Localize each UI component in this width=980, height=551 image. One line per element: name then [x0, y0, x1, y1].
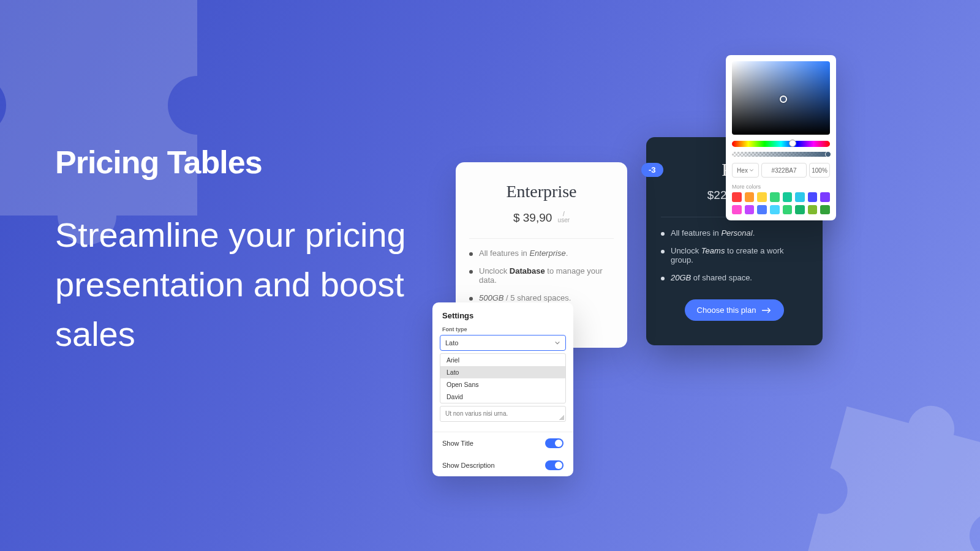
color-swatch[interactable]	[783, 205, 793, 215]
description-textarea[interactable]: Ut non varius nisi urna.	[440, 406, 566, 422]
feature-item: 500GB / 5 shared spaces.	[469, 293, 614, 302]
font-select[interactable]: Lato	[440, 335, 566, 351]
color-swatch[interactable]	[808, 192, 818, 202]
color-swatch[interactable]	[783, 192, 793, 202]
show-description-label: Show Description	[442, 462, 495, 469]
color-swatch[interactable]	[770, 192, 780, 202]
color-swatch[interactable]	[820, 192, 830, 202]
color-swatch[interactable]	[808, 205, 818, 215]
bullet-icon	[661, 232, 665, 236]
show-title-label: Show Title	[442, 440, 473, 447]
show-description-row: Show Description	[432, 454, 573, 476]
color-indicator-icon[interactable]	[780, 96, 787, 103]
color-swatch[interactable]	[732, 192, 742, 202]
settings-title: Settings	[432, 302, 573, 326]
decorative-puzzle-bottom-right	[770, 378, 980, 551]
color-picker: Hex #322BA7 100% More colors	[726, 55, 836, 220]
feature-item: Unclock Teams to create a work group.	[661, 246, 808, 264]
feature-item: 20GB of shared space.	[661, 273, 808, 282]
show-title-toggle[interactable]	[545, 438, 564, 448]
feature-item: Unclock Database to manage your data.	[469, 266, 614, 285]
cta-label: Choose this plan	[697, 305, 756, 315]
more-colors-label: More colors	[732, 184, 830, 190]
color-fields: Hex #322BA7 100%	[732, 163, 830, 178]
plan-name: Enterprise	[469, 182, 614, 201]
color-mode-select[interactable]: Hex	[732, 163, 759, 178]
color-swatch[interactable]	[745, 192, 755, 202]
settings-panel: Settings Font type Lato Ariel Lato Open …	[432, 302, 573, 476]
hue-handle-icon[interactable]	[789, 140, 796, 147]
show-description-toggle[interactable]	[545, 460, 564, 470]
feature-item: All features in Personal.	[661, 228, 808, 238]
arrow-right-icon	[762, 307, 772, 314]
price-amount: $ 39,90	[513, 211, 552, 224]
color-swatch[interactable]	[795, 205, 805, 215]
chevron-down-icon	[554, 340, 560, 346]
font-options-dropdown: Ariel Lato Open Sans David	[440, 353, 566, 403]
font-type-label: Font type	[432, 326, 573, 335]
bullet-icon	[661, 250, 665, 253]
hero: Pricing Tables Streamline your pricing p…	[55, 144, 435, 359]
opacity-input[interactable]: 100%	[809, 163, 830, 178]
price-per: /user	[558, 211, 570, 223]
font-option-open-sans[interactable]: Open Sans	[440, 378, 565, 391]
hero-subtitle: Streamline your pricing presentation and…	[55, 210, 435, 359]
bullet-icon	[469, 270, 473, 274]
plan-price: $ 39,90 /user	[469, 211, 614, 225]
font-option-ariel[interactable]: Ariel	[440, 354, 565, 366]
font-option-david[interactable]: David	[440, 391, 565, 403]
font-option-lato[interactable]: Lato	[440, 366, 565, 378]
feature-item: All features in Enterprise.	[469, 249, 614, 258]
hero-title: Pricing Tables	[55, 144, 435, 181]
alpha-handle-icon[interactable]	[825, 151, 831, 157]
choose-plan-button[interactable]: Choose this plan	[685, 299, 785, 321]
color-swatch[interactable]	[745, 205, 755, 215]
chevron-down-icon	[749, 168, 754, 173]
font-select-value: Lato	[445, 339, 458, 347]
hue-slider[interactable]	[732, 141, 830, 147]
bullet-icon	[469, 252, 473, 256]
color-swatch[interactable]	[757, 192, 767, 202]
color-swatches	[732, 192, 830, 214]
color-swatch[interactable]	[770, 205, 780, 215]
alpha-slider[interactable]	[732, 152, 830, 157]
discount-badge: -3	[641, 163, 663, 177]
color-swatch[interactable]	[732, 205, 742, 215]
hex-input[interactable]: #322BA7	[761, 163, 807, 178]
show-title-row: Show Title	[432, 432, 573, 454]
color-swatch[interactable]	[795, 192, 805, 202]
color-gradient-area[interactable]	[732, 61, 830, 135]
bullet-icon	[661, 277, 665, 280]
divider	[469, 238, 614, 239]
color-swatch[interactable]	[757, 205, 767, 215]
color-swatch[interactable]	[820, 205, 830, 215]
bullet-icon	[469, 297, 473, 301]
